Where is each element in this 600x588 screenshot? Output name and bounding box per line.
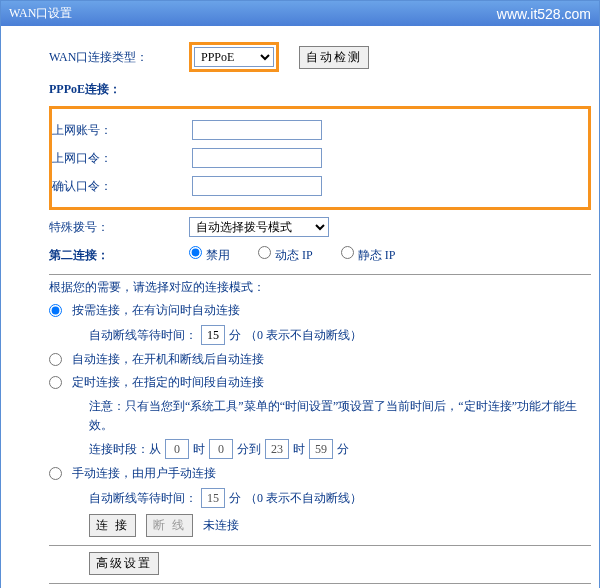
advanced-button[interactable]: 高级设置 bbox=[89, 552, 159, 575]
watermark: www.it528.com bbox=[497, 6, 591, 22]
password-label: 上网口令： bbox=[52, 150, 192, 167]
second-conn-label: 第二连接： bbox=[49, 247, 189, 264]
account-label: 上网账号： bbox=[52, 122, 192, 139]
confirm-input[interactable] bbox=[192, 176, 322, 196]
second-conn-disabled[interactable]: 禁用 bbox=[189, 246, 230, 264]
period-h1-input[interactable] bbox=[165, 439, 189, 459]
mode-scheduled-radio[interactable] bbox=[49, 376, 62, 389]
mode-auto-label: 自动连接，在开机和断线后自动连接 bbox=[72, 351, 264, 368]
second-conn-static[interactable]: 静态 IP bbox=[341, 246, 396, 264]
highlight-wan-type: PPPoE bbox=[189, 42, 279, 72]
mode-intro: 根据您的需要，请选择对应的连接模式： bbox=[49, 279, 591, 296]
mode-manual-label: 手动连接，由用户手动连接 bbox=[72, 465, 216, 482]
pppoe-section-title: PPPoE连接： bbox=[49, 81, 121, 98]
period-h2-input[interactable] bbox=[265, 439, 289, 459]
titlebar: WAN口设置 www.it528.com bbox=[1, 1, 599, 26]
autodetect-button[interactable]: 自动检测 bbox=[299, 46, 369, 69]
mode-ondemand-label: 按需连接，在有访问时自动连接 bbox=[72, 302, 240, 319]
mode-ondemand-radio[interactable] bbox=[49, 304, 62, 317]
scheduled-note: 注意：只有当您到“系统工具”菜单的“时间设置”项设置了当前时间后，“定时连接”功… bbox=[89, 397, 591, 435]
mode-scheduled-label: 定时连接，在指定的时间段自动连接 bbox=[72, 374, 264, 391]
account-input[interactable] bbox=[192, 120, 322, 140]
idle-note: （0 表示不自动断线） bbox=[245, 327, 362, 344]
password-input[interactable] bbox=[192, 148, 322, 168]
second-conn-dynamic[interactable]: 动态 IP bbox=[258, 246, 313, 264]
special-dial-label: 特殊拨号： bbox=[49, 219, 189, 236]
highlight-credentials: 上网账号： 上网口令： 确认口令： bbox=[49, 106, 591, 210]
idle-label: 自动断线等待时间： bbox=[89, 327, 197, 344]
connection-status: 未连接 bbox=[203, 517, 239, 534]
confirm-label: 确认口令： bbox=[52, 178, 192, 195]
mode-auto-radio[interactable] bbox=[49, 353, 62, 366]
idle-input[interactable] bbox=[201, 325, 225, 345]
disconnect-button[interactable]: 断 线 bbox=[146, 514, 193, 537]
manual-idle-input[interactable] bbox=[201, 488, 225, 508]
period-m1-input[interactable] bbox=[209, 439, 233, 459]
wan-type-select[interactable]: PPPoE bbox=[194, 47, 274, 67]
window-title: WAN口设置 bbox=[9, 5, 72, 22]
period-m2-input[interactable] bbox=[309, 439, 333, 459]
mode-manual-radio[interactable] bbox=[49, 467, 62, 480]
special-dial-select[interactable]: 自动选择拨号模式 bbox=[189, 217, 329, 237]
connect-button[interactable]: 连 接 bbox=[89, 514, 136, 537]
wan-type-label: WAN口连接类型： bbox=[49, 49, 189, 66]
